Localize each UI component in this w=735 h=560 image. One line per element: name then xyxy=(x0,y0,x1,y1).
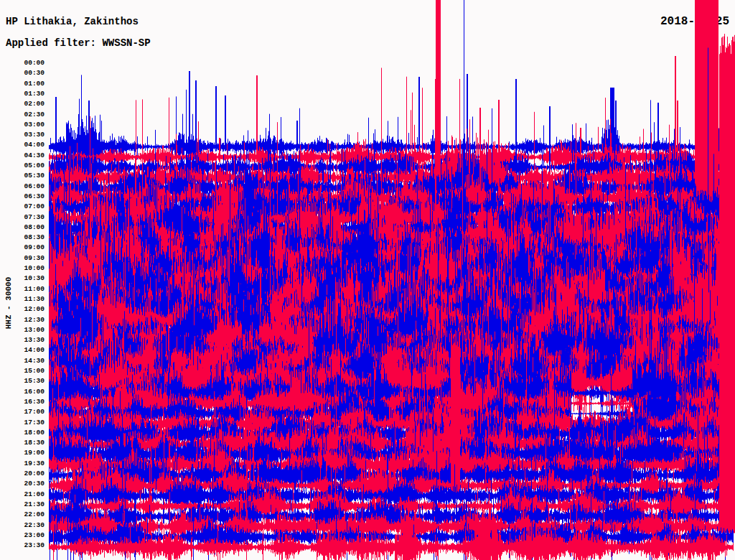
seismogram-canvas xyxy=(0,0,735,560)
helicorder-screen: HP Lithakia, Zakinthos Applied filter: W… xyxy=(0,0,735,560)
